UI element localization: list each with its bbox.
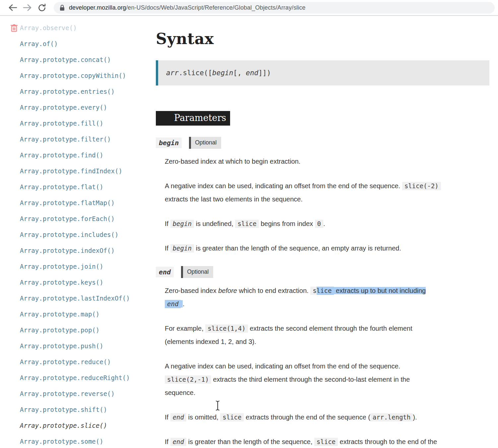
back-button[interactable] <box>5 2 20 14</box>
text-segment: If <box>165 414 170 421</box>
paragraph: If begin is undefined, slice begins from… <box>165 217 489 230</box>
sidebar-item-label: Array.observe() <box>20 24 77 31</box>
url-domain: developer.mozilla.org <box>69 4 126 11</box>
optional-badge: Optional <box>181 266 213 278</box>
text-segment: For example, <box>165 325 205 332</box>
inline-code: end <box>170 413 186 421</box>
syntax-heading: Syntax <box>156 30 489 48</box>
sidebar-item-label: Array.prototype.flat() <box>20 183 103 191</box>
sidebar-item-label: Array.prototype.indexOf() <box>20 247 115 254</box>
text-segment: arr <box>166 69 179 77</box>
text-segment: Zero-based index <box>165 287 218 294</box>
text-segment: ]]) <box>258 69 271 77</box>
text-segment: end <box>246 69 258 77</box>
sidebar-item-array-prototype-keys[interactable]: Array.prototype.keys() <box>0 274 153 290</box>
sidebar-item-label: Array.prototype.reduce() <box>20 358 111 365</box>
sidebar-item-label: Array.prototype.lastIndexOf() <box>20 295 130 302</box>
sidebar-item-label: Array.prototype.every() <box>20 104 107 111</box>
inline-code: 0 <box>315 220 323 228</box>
url-text: developer.mozilla.org/en-US/docs/Web/Jav… <box>69 4 305 11</box>
sidebar-item-array-prototype-reverse[interactable]: Array.prototype.reverse() <box>0 386 153 402</box>
text-segment: ). <box>413 414 417 421</box>
sidebar-item-array-prototype-find[interactable]: Array.prototype.find() <box>0 147 153 163</box>
sidebar-item-array-prototype-flat[interactable]: Array.prototype.flat() <box>0 179 153 195</box>
text-segment: If <box>165 438 170 445</box>
text-segment: extracts up to but not including <box>334 287 426 294</box>
sidebar-item-array-prototype-entries[interactable]: Array.prototype.entries() <box>0 84 153 99</box>
text-segment: Zero-based index at which to begin extra… <box>165 158 300 165</box>
inline-code: arr.length <box>370 413 413 421</box>
sidebar-item-array-prototype-push[interactable]: Array.prototype.push() <box>0 338 153 354</box>
inline-code: begin <box>170 244 194 252</box>
sidebar-item-label: Array.prototype.fill() <box>20 120 103 127</box>
trash-icon <box>10 24 18 32</box>
reload-button[interactable] <box>34 2 49 14</box>
sidebar-item-array-prototype-slice[interactable]: Array.prototype.slice() <box>0 418 153 433</box>
end-param-code: end <box>156 267 174 277</box>
sidebar-item-array-prototype-some[interactable]: Array.prototype.some() <box>0 433 153 448</box>
forward-button[interactable] <box>20 2 34 14</box>
sidebar-item-label: Array.prototype.findIndex() <box>20 167 122 175</box>
text-segment: is undefined, <box>194 220 235 227</box>
text-segment: which to end extraction. <box>237 287 310 294</box>
text-segment: extracts through the end of the sequence… <box>244 414 370 421</box>
sidebar-item-label: Array.prototype.copyWithin() <box>20 72 126 79</box>
inline-code: end <box>170 438 186 446</box>
paragraph: A negative index can be used, indicating… <box>165 179 489 206</box>
sidebar-item-array-prototype-shift[interactable]: Array.prototype.shift() <box>0 402 153 418</box>
sidebar-list: Array.observe()Array.of()Array.prototype… <box>0 20 153 448</box>
sidebar-item-label: Array.prototype.reverse() <box>20 390 115 397</box>
sidebar-item-array-prototype-copywithin[interactable]: Array.prototype.copyWithin() <box>0 68 153 84</box>
sidebar-item-label: Array.prototype.entries() <box>20 88 115 95</box>
url-path: /en-US/docs/Web/JavaScript/Reference/Glo… <box>126 4 305 11</box>
text-segment: . <box>183 300 185 308</box>
paragraph: Zero-based index at which to begin extra… <box>165 155 489 168</box>
reload-icon <box>38 4 46 12</box>
text-segment: extracts the last two elements in the se… <box>165 196 303 203</box>
sidebar-item-array-prototype-findindex[interactable]: Array.prototype.findIndex() <box>0 163 153 179</box>
sidebar-item-array-prototype-fill[interactable]: Array.prototype.fill() <box>0 115 153 131</box>
forward-arrow-icon <box>23 4 32 11</box>
paragraph: A negative index can be used, indicating… <box>165 360 489 399</box>
sidebar-item-array-of[interactable]: Array.of() <box>0 36 153 52</box>
sidebar-item-array-prototype-flatmap[interactable]: Array.prototype.flatMap() <box>0 195 153 211</box>
sidebar-item-label: Array.prototype.filter() <box>20 136 111 143</box>
text-segment: is greater than the length of the sequen… <box>194 245 401 252</box>
sidebar-item-array-prototype-reduce[interactable]: Array.prototype.reduce() <box>0 354 153 370</box>
sidebar-item-label: Array.prototype.concat() <box>20 56 111 63</box>
begin-param-code: begin <box>156 138 182 148</box>
sidebar-item-array-prototype-foreach[interactable]: Array.prototype.forEach() <box>0 211 153 227</box>
sidebar-item-array-prototype-concat[interactable]: Array.prototype.concat() <box>0 52 153 68</box>
sidebar-item-label: Array.prototype.map() <box>20 310 99 318</box>
text-segment: (elements indexed 1, 2, and 3). <box>165 338 256 345</box>
sidebar-item-array-prototype-includes[interactable]: Array.prototype.includes() <box>0 227 153 243</box>
begin-param-description: Zero-based index at which to begin extra… <box>165 155 489 255</box>
sidebar-item-array-observe[interactable]: Array.observe() <box>0 20 153 36</box>
sidebar-item-array-prototype-every[interactable]: Array.prototype.every() <box>0 99 153 115</box>
text-segment: .slice([ <box>179 69 212 77</box>
text-segment: begin <box>212 69 233 77</box>
lock-icon[interactable] <box>60 5 65 11</box>
sidebar-item-label: Array.prototype.includes() <box>20 231 118 238</box>
inline-code: slice(1,4) <box>205 324 248 333</box>
text-segment: extracts through to the end of the <box>338 438 437 445</box>
sidebar-item-label: Array.prototype.find() <box>20 151 103 159</box>
sidebar-item-array-prototype-lastindexof[interactable]: Array.prototype.lastIndexOf() <box>0 290 153 306</box>
text-segment: extracts the third element through the s… <box>211 376 410 383</box>
sidebar-item-array-prototype-reduceright[interactable]: Array.prototype.reduceRight() <box>0 370 153 386</box>
sidebar-item-label: Array.prototype.reduceRight() <box>20 374 130 381</box>
paragraph: If begin is greater than the length of t… <box>165 242 489 255</box>
sidebar-item-label: Array.prototype.some() <box>20 438 103 445</box>
sidebar-item-array-prototype-map[interactable]: Array.prototype.map() <box>0 306 153 322</box>
param-term-begin: begin Optional <box>156 137 489 149</box>
sidebar-item-array-prototype-pop[interactable]: Array.prototype.pop() <box>0 322 153 338</box>
sidebar-item-array-prototype-indexof[interactable]: Array.prototype.indexOf() <box>0 243 153 258</box>
inline-code: s <box>310 287 316 295</box>
sidebar-item-array-prototype-filter[interactable]: Array.prototype.filter() <box>0 131 153 147</box>
sidebar-item-array-prototype-join[interactable]: Array.prototype.join() <box>0 258 153 274</box>
sidebar: Array.observe()Array.of()Array.prototype… <box>0 16 153 448</box>
url-bar[interactable]: developer.mozilla.org/en-US/docs/Web/Jav… <box>54 2 495 14</box>
inline-code: slice <box>220 413 244 421</box>
sidebar-item-label: Array.prototype.shift() <box>20 406 107 413</box>
paragraph: If end is greater than the length of the… <box>165 435 489 448</box>
